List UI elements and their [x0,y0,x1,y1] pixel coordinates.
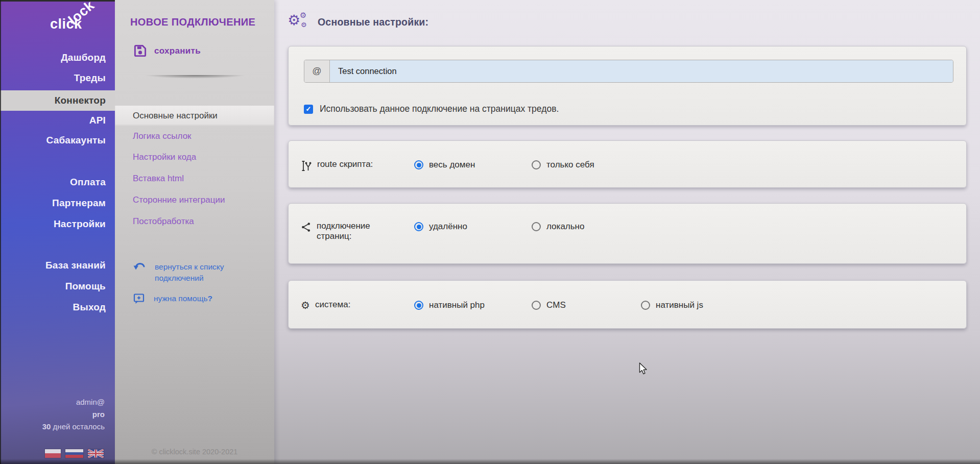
panel-divider [128,75,262,80]
gear-icon: ⚙ [301,300,310,310]
sidebar-item-subaccounts[interactable]: Сабакаунты [0,130,115,151]
gears-icon: ⚙⚙⚙ [288,12,309,32]
panel-tab-postprocessing[interactable]: Постобработка [115,211,274,232]
radio-circle[interactable] [414,222,423,231]
radio-only-self[interactable]: только себя [532,160,594,170]
language-switcher [45,449,104,458]
main-content: ⚙⚙⚙ Основные настройки: @ Использовать д… [274,0,980,464]
save-button[interactable]: сохранить [133,44,201,58]
main-header: ⚙⚙⚙ Основные настройки: [288,12,428,32]
panel-tab-integrations[interactable]: Сторонние интеграции [115,190,274,210]
account-plan: pro [42,408,105,421]
radio-circle[interactable] [414,301,423,310]
account-info: admin@ pro 30 дней осталось [42,396,105,433]
panel-tab-html-insert[interactable]: Вставка html [115,168,274,189]
back-to-connections-link[interactable]: вернуться к списку подключений [133,261,259,284]
sidebar-item-dashboard[interactable]: Дашборд [0,47,115,68]
connection-name-input[interactable] [330,60,953,82]
need-help-link[interactable]: нужна помощь? [133,293,212,304]
floppy-icon [133,44,147,58]
at-sign-icon: @ [304,60,330,82]
flag-poland-icon[interactable] [45,449,61,458]
sidebar-item-logout[interactable]: Выход [0,297,115,318]
clicklock-logo[interactable]: click lock [50,4,111,36]
radio-native-php[interactable]: нативный php [414,300,485,310]
mouse-cursor [639,362,651,376]
route-script-label: route скрипта: [317,159,373,169]
comment-plus-icon [133,293,145,304]
flag-russia-icon[interactable] [65,449,83,458]
system-label: система: [315,300,350,310]
undo-icon [133,261,146,272]
panel-title: НОВОЕ ПОДКЛЮЧЕНИЕ [130,16,255,28]
sidebar-item-settings[interactable]: Настройки [0,214,115,234]
sidebar-item-help[interactable]: Помощь [0,276,115,297]
connection-panel: НОВОЕ ПОДКЛЮЧЕНИЕ сохранить Основные нас… [115,0,274,464]
panel-tab-link-logic[interactable]: Логика ссылок [115,126,274,146]
system-label-row: ⚙ система: [301,300,350,310]
help-link-label: нужна помощь? [154,293,212,304]
copyright-text: © clicklock.site 2020-2021 [115,448,274,456]
radio-circle[interactable] [414,160,423,169]
sidebar-item-threads[interactable]: Треды [0,68,115,88]
radio-circle[interactable] [532,222,541,231]
use-on-threads-row[interactable]: Использовать данное подключение на стран… [304,104,559,114]
radio-cms[interactable]: CMS [532,300,566,310]
threads-checkbox-label: Использовать данное подключение на стран… [320,104,559,114]
radio-native-js[interactable]: нативный js [641,300,703,310]
radio-circle[interactable] [532,301,541,310]
main-header-title: Основные настройки: [318,16,428,28]
sidebar: click lock Дашборд Треды Коннектор API С… [0,0,115,464]
sidebar-item-payment[interactable]: Оплата [0,172,115,192]
route-script-label-row: route скрипта: [301,159,373,172]
share-icon [301,222,312,233]
sidebar-item-knowledge-base[interactable]: База знаний [0,255,115,276]
connection-name-card: @ Использовать данное подключение на стр… [288,46,967,126]
save-button-label: сохранить [154,46,201,56]
radio-circle[interactable] [532,160,541,169]
back-link-label: вернуться к списку подключений [155,261,259,284]
route-script-card: route скрипта: весь домен только себя [288,140,967,188]
radio-circle[interactable] [641,301,650,310]
sidebar-item-partners[interactable]: Партнерам [0,193,115,213]
flag-uk-icon[interactable] [88,449,104,458]
panel-tab-code-settings[interactable]: Настройки кода [115,147,274,167]
radio-remote[interactable]: удалённо [414,222,467,232]
pages-connection-card: подключение страниц: удалённо локально [288,203,967,264]
sidebar-item-connector[interactable]: Коннектор [0,90,115,111]
pages-connection-label-row: подключение страниц: [301,221,393,241]
sidebar-item-api[interactable]: API [0,110,115,131]
threads-checkbox[interactable] [304,105,313,114]
account-days-remaining: 30 дней осталось [42,421,105,433]
panel-tab-basic-settings[interactable]: Основные настройки [115,106,274,126]
radio-local[interactable]: локально [532,222,584,232]
radio-whole-domain[interactable]: весь домен [414,160,475,170]
connection-name-input-group: @ [304,60,953,83]
account-email: admin@ [42,396,105,408]
pages-connection-label: подключение страниц: [317,221,393,241]
route-icon [301,160,312,172]
system-card: ⚙ система: нативный php CMS нативный js [288,280,967,329]
